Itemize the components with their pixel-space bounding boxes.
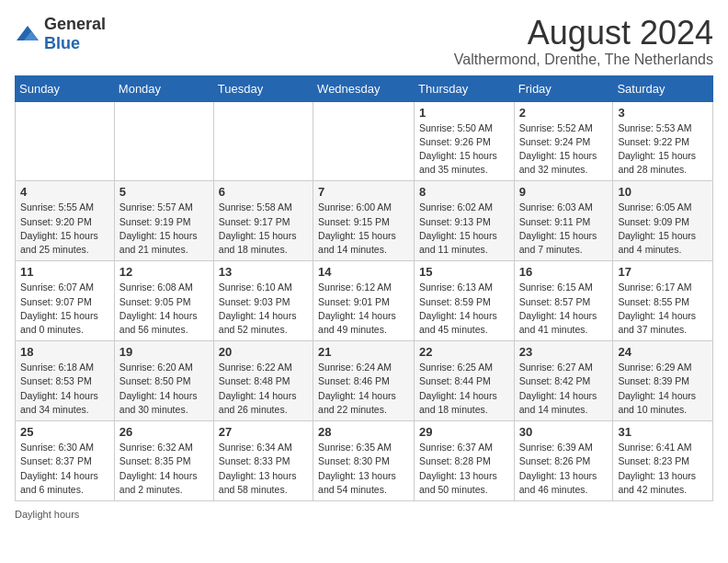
day-detail: Sunrise: 6:27 AM Sunset: 8:42 PM Dayligh… — [519, 361, 609, 417]
logo-general-text: General — [44, 15, 106, 33]
calendar-cell: 18Sunrise: 6:18 AM Sunset: 8:53 PM Dayli… — [16, 341, 115, 421]
day-number: 20 — [219, 345, 308, 359]
calendar-cell — [213, 101, 313, 181]
day-number: 5 — [119, 185, 209, 199]
day-number: 7 — [318, 185, 409, 199]
calendar-cell: 19Sunrise: 6:20 AM Sunset: 8:50 PM Dayli… — [114, 341, 213, 421]
logo: General Blue — [15, 15, 106, 53]
day-number: 10 — [618, 185, 708, 199]
day-detail: Sunrise: 6:12 AM Sunset: 9:01 PM Dayligh… — [318, 281, 409, 337]
day-number: 23 — [519, 345, 609, 359]
day-detail: Sunrise: 6:13 AM Sunset: 8:59 PM Dayligh… — [419, 281, 509, 337]
day-detail: Sunrise: 6:00 AM Sunset: 9:15 PM Dayligh… — [318, 201, 409, 257]
main-title: August 2024 — [454, 15, 713, 52]
calendar-cell: 2Sunrise: 5:52 AM Sunset: 9:24 PM Daylig… — [514, 101, 613, 181]
calendar-cell: 25Sunrise: 6:30 AM Sunset: 8:37 PM Dayli… — [16, 421, 115, 501]
logo-blue-text: Blue — [44, 34, 80, 52]
day-number: 1 — [419, 106, 509, 120]
day-number: 22 — [419, 345, 509, 359]
calendar-cell: 20Sunrise: 6:22 AM Sunset: 8:48 PM Dayli… — [213, 341, 313, 421]
day-detail: Sunrise: 6:03 AM Sunset: 9:11 PM Dayligh… — [519, 201, 609, 257]
day-header-sunday: Sunday — [16, 75, 115, 101]
day-detail: Sunrise: 6:29 AM Sunset: 8:39 PM Dayligh… — [618, 361, 708, 417]
day-number: 25 — [20, 425, 109, 439]
day-header-saturday: Saturday — [613, 75, 713, 101]
calendar-cell: 4Sunrise: 5:55 AM Sunset: 9:20 PM Daylig… — [16, 181, 115, 261]
calendar-cell: 30Sunrise: 6:39 AM Sunset: 8:26 PM Dayli… — [514, 421, 613, 501]
calendar-cell — [16, 101, 115, 181]
day-detail: Sunrise: 6:34 AM Sunset: 8:33 PM Dayligh… — [219, 441, 308, 497]
calendar-week-row: 1Sunrise: 5:50 AM Sunset: 9:26 PM Daylig… — [16, 101, 713, 181]
day-number: 18 — [20, 345, 109, 359]
calendar-week-row: 25Sunrise: 6:30 AM Sunset: 8:37 PM Dayli… — [16, 421, 713, 501]
generalblue-logo-icon — [15, 24, 40, 44]
day-number: 3 — [618, 106, 708, 120]
calendar-cell: 17Sunrise: 6:17 AM Sunset: 8:55 PM Dayli… — [613, 261, 713, 341]
calendar-cell: 16Sunrise: 6:15 AM Sunset: 8:57 PM Dayli… — [514, 261, 613, 341]
calendar-cell: 10Sunrise: 6:05 AM Sunset: 9:09 PM Dayli… — [613, 181, 713, 261]
day-number: 29 — [419, 425, 509, 439]
day-detail: Sunrise: 6:05 AM Sunset: 9:09 PM Dayligh… — [618, 201, 708, 257]
day-number: 28 — [318, 425, 409, 439]
title-area: August 2024 Valthermond, Drenthe, The Ne… — [454, 15, 713, 68]
day-detail: Sunrise: 6:39 AM Sunset: 8:26 PM Dayligh… — [519, 441, 609, 497]
calendar-cell: 28Sunrise: 6:35 AM Sunset: 8:30 PM Dayli… — [313, 421, 415, 501]
calendar-cell: 12Sunrise: 6:08 AM Sunset: 9:05 PM Dayli… — [114, 261, 213, 341]
calendar-cell: 3Sunrise: 5:53 AM Sunset: 9:22 PM Daylig… — [613, 101, 713, 181]
calendar-cell: 15Sunrise: 6:13 AM Sunset: 8:59 PM Dayli… — [415, 261, 515, 341]
calendar-cell: 5Sunrise: 5:57 AM Sunset: 9:19 PM Daylig… — [114, 181, 213, 261]
subtitle: Valthermond, Drenthe, The Netherlands — [454, 52, 713, 68]
calendar-week-row: 11Sunrise: 6:07 AM Sunset: 9:07 PM Dayli… — [16, 261, 713, 341]
calendar-cell: 1Sunrise: 5:50 AM Sunset: 9:26 PM Daylig… — [415, 101, 515, 181]
calendar-cell — [313, 101, 415, 181]
day-number: 11 — [20, 265, 109, 279]
day-detail: Sunrise: 6:17 AM Sunset: 8:55 PM Dayligh… — [618, 281, 708, 337]
calendar-cell — [114, 101, 213, 181]
day-detail: Sunrise: 6:18 AM Sunset: 8:53 PM Dayligh… — [20, 361, 109, 417]
day-header-monday: Monday — [114, 75, 213, 101]
day-detail: Sunrise: 6:35 AM Sunset: 8:30 PM Dayligh… — [318, 441, 409, 497]
day-header-wednesday: Wednesday — [313, 75, 415, 101]
day-number: 24 — [618, 345, 708, 359]
day-detail: Sunrise: 5:55 AM Sunset: 9:20 PM Dayligh… — [20, 201, 109, 257]
day-detail: Sunrise: 5:57 AM Sunset: 9:19 PM Dayligh… — [119, 201, 209, 257]
day-detail: Sunrise: 5:58 AM Sunset: 9:17 PM Dayligh… — [219, 201, 308, 257]
day-number: 8 — [419, 185, 509, 199]
day-number: 16 — [519, 265, 609, 279]
day-number: 2 — [519, 106, 609, 120]
calendar-cell: 21Sunrise: 6:24 AM Sunset: 8:46 PM Dayli… — [313, 341, 415, 421]
day-detail: Sunrise: 6:32 AM Sunset: 8:35 PM Dayligh… — [119, 441, 209, 497]
day-detail: Sunrise: 6:07 AM Sunset: 9:07 PM Dayligh… — [20, 281, 109, 337]
footer-text: Daylight hours — [15, 509, 79, 520]
calendar-cell: 6Sunrise: 5:58 AM Sunset: 9:17 PM Daylig… — [213, 181, 313, 261]
calendar-week-row: 4Sunrise: 5:55 AM Sunset: 9:20 PM Daylig… — [16, 181, 713, 261]
calendar-cell: 23Sunrise: 6:27 AM Sunset: 8:42 PM Dayli… — [514, 341, 613, 421]
day-detail: Sunrise: 6:41 AM Sunset: 8:23 PM Dayligh… — [618, 441, 708, 497]
day-number: 31 — [618, 425, 708, 439]
calendar-cell: 29Sunrise: 6:37 AM Sunset: 8:28 PM Dayli… — [415, 421, 515, 501]
day-number: 21 — [318, 345, 409, 359]
footer: Daylight hours — [15, 509, 713, 520]
calendar-cell: 26Sunrise: 6:32 AM Sunset: 8:35 PM Dayli… — [114, 421, 213, 501]
day-number: 9 — [519, 185, 609, 199]
day-number: 12 — [119, 265, 209, 279]
calendar-cell: 31Sunrise: 6:41 AM Sunset: 8:23 PM Dayli… — [613, 421, 713, 501]
day-number: 14 — [318, 265, 409, 279]
day-number: 26 — [119, 425, 209, 439]
day-header-tuesday: Tuesday — [213, 75, 313, 101]
calendar-cell: 7Sunrise: 6:00 AM Sunset: 9:15 PM Daylig… — [313, 181, 415, 261]
day-detail: Sunrise: 6:30 AM Sunset: 8:37 PM Dayligh… — [20, 441, 109, 497]
day-detail: Sunrise: 6:02 AM Sunset: 9:13 PM Dayligh… — [419, 201, 509, 257]
day-detail: Sunrise: 6:08 AM Sunset: 9:05 PM Dayligh… — [119, 281, 209, 337]
day-detail: Sunrise: 5:52 AM Sunset: 9:24 PM Dayligh… — [519, 121, 609, 178]
calendar-week-row: 18Sunrise: 6:18 AM Sunset: 8:53 PM Dayli… — [16, 341, 713, 421]
day-number: 6 — [219, 185, 308, 199]
day-number: 17 — [618, 265, 708, 279]
day-number: 4 — [20, 185, 109, 199]
calendar-cell: 22Sunrise: 6:25 AM Sunset: 8:44 PM Dayli… — [415, 341, 515, 421]
day-detail: Sunrise: 6:15 AM Sunset: 8:57 PM Dayligh… — [519, 281, 609, 337]
day-detail: Sunrise: 6:10 AM Sunset: 9:03 PM Dayligh… — [219, 281, 308, 337]
day-number: 13 — [219, 265, 308, 279]
day-detail: Sunrise: 6:37 AM Sunset: 8:28 PM Dayligh… — [419, 441, 509, 497]
day-detail: Sunrise: 5:53 AM Sunset: 9:22 PM Dayligh… — [618, 121, 708, 178]
